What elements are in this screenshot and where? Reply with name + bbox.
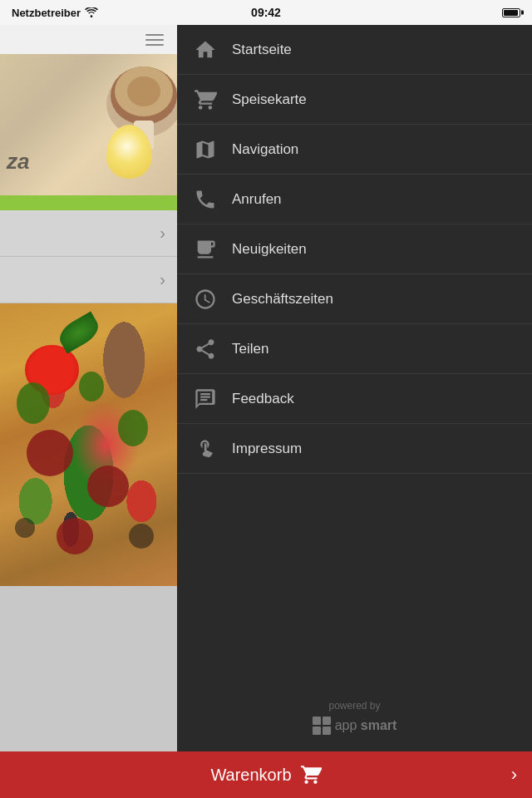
status-bar-right xyxy=(502,8,520,17)
warenkorb-chevron: › xyxy=(511,764,517,786)
menu-label-geschaeftszeiten: Geschäftszeiten xyxy=(232,291,333,308)
menu-item-startseite[interactable]: Startseite xyxy=(177,25,532,75)
pizza-text: za xyxy=(7,149,29,175)
warenkorb-text: Warenkorb xyxy=(210,766,291,785)
warenkorb-cart-icon xyxy=(300,764,322,786)
menu-label-teilen: Teilen xyxy=(232,341,268,357)
nav-menu: Startseite Speisekarte Navigation xyxy=(177,25,532,751)
menu-item-anrufen[interactable]: Anrufen xyxy=(177,175,532,224)
menu-label-speisekarte: Speisekarte xyxy=(232,91,307,108)
share-icon xyxy=(192,336,219,362)
menu-item-geschaeftszeiten[interactable]: Geschäftszeiten xyxy=(177,274,532,324)
handshake-icon xyxy=(192,436,219,462)
feedback-icon xyxy=(192,386,219,412)
menu-item-speisekarte[interactable]: Speisekarte xyxy=(177,75,532,125)
status-bar: Netzbetreiber 09:42 xyxy=(0,0,532,25)
wifi-icon xyxy=(85,7,98,17)
powered-by-text: powered by xyxy=(328,700,380,712)
warenkorb-label: Warenkorb xyxy=(210,764,321,786)
carrier-label: Netzbetreiber xyxy=(12,7,81,19)
svg-point-12 xyxy=(15,518,35,538)
menu-item-impressum[interactable]: Impressum xyxy=(177,424,532,474)
svg-point-11 xyxy=(129,524,154,549)
menu-item-neuigkeiten[interactable]: Neuigkeiten xyxy=(177,224,532,274)
left-list-item-1[interactable]: › xyxy=(0,210,177,257)
appsmart-icon xyxy=(313,717,331,735)
svg-point-9 xyxy=(118,410,148,446)
pizza-image-bottom xyxy=(0,303,177,586)
menu-items-list: Startseite Speisekarte Navigation xyxy=(177,25,532,683)
clock-icon xyxy=(192,286,219,313)
left-panel: za › › xyxy=(0,25,177,751)
food-image-top: za xyxy=(0,54,177,195)
menu-item-feedback[interactable]: Feedback xyxy=(177,374,532,424)
status-bar-left: Netzbetreiber xyxy=(12,7,98,19)
menu-label-anrufen: Anrufen xyxy=(232,191,282,208)
svg-point-10 xyxy=(79,372,104,401)
svg-point-8 xyxy=(17,382,50,424)
svg-point-6 xyxy=(87,466,129,507)
left-content: za › › xyxy=(0,54,177,751)
green-bar xyxy=(0,195,177,210)
map-icon xyxy=(192,136,219,163)
appsmart-logo: app smart xyxy=(313,717,397,735)
menu-label-impressum: Impressum xyxy=(232,441,302,457)
battery-icon xyxy=(502,8,520,17)
news-icon xyxy=(192,236,219,263)
main-layout: za › › xyxy=(0,25,532,751)
home-icon xyxy=(192,37,219,63)
svg-point-7 xyxy=(57,518,93,554)
menu-label-feedback: Feedback xyxy=(232,391,294,407)
warenkorb-bar[interactable]: Warenkorb › xyxy=(0,751,532,798)
menu-label-neuigkeiten: Neuigkeiten xyxy=(232,241,307,258)
cart-icon xyxy=(192,86,219,113)
left-top-bar xyxy=(0,25,177,54)
powered-by-section: powered by app smart xyxy=(177,683,532,751)
hamburger-button[interactable] xyxy=(145,34,164,46)
status-bar-time: 09:42 xyxy=(251,6,281,19)
chevron-icon: › xyxy=(160,270,165,289)
chevron-icon: › xyxy=(160,224,165,243)
phone-icon xyxy=(192,186,219,213)
appsmart-name: app smart xyxy=(335,718,397,733)
menu-label-navigation: Navigation xyxy=(232,141,298,158)
svg-point-5 xyxy=(27,430,73,476)
menu-item-navigation[interactable]: Navigation xyxy=(177,125,532,175)
menu-label-startseite: Startseite xyxy=(232,42,292,58)
pizza-toppings xyxy=(0,303,177,586)
left-list-item-2[interactable]: › xyxy=(0,257,177,303)
menu-item-teilen[interactable]: Teilen xyxy=(177,324,532,374)
svg-point-4 xyxy=(127,76,160,106)
